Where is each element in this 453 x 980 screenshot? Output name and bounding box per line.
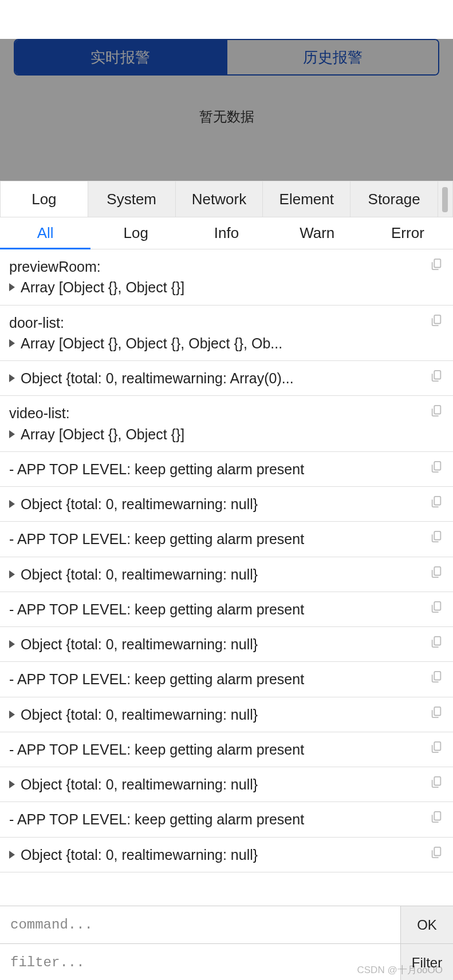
log-body: Object {total: 0, realtimewarning: null}	[21, 634, 258, 654]
copy-icon[interactable]	[430, 740, 443, 754]
expand-caret-icon[interactable]	[9, 283, 15, 291]
expand-caret-icon[interactable]	[9, 374, 15, 382]
svg-rect-5	[434, 497, 440, 505]
log-item[interactable]: - APP TOP LEVEL: keep getting alarm pres…	[0, 522, 453, 557]
log-line: Array [Object {}, Object {}, Object {}, …	[9, 333, 444, 354]
copy-icon[interactable]	[430, 670, 443, 684]
main-tab-element[interactable]: Element	[263, 181, 350, 217]
copy-icon[interactable]	[430, 600, 443, 614]
log-body: Array [Object {}, Object {}, Object {}, …	[21, 333, 282, 354]
log-body: - APP TOP LEVEL: keep getting alarm pres…	[9, 669, 304, 689]
log-line: Object {total: 0, realtimewarning: null}	[9, 844, 444, 865]
log-item[interactable]: video-list:Array [Object {}, Object {}]	[0, 396, 453, 452]
log-item[interactable]: - APP TOP LEVEL: keep getting alarm pres…	[0, 592, 453, 627]
log-label: door-list:	[9, 312, 444, 333]
copy-icon[interactable]	[430, 775, 443, 789]
main-tab-network[interactable]: Network	[176, 181, 263, 217]
copy-icon[interactable]	[430, 314, 443, 327]
log-line: - APP TOP LEVEL: keep getting alarm pres…	[9, 529, 444, 549]
filter-button[interactable]: Filter	[400, 944, 453, 980]
modal-overlay[interactable]	[0, 39, 453, 181]
scrollbar-thumb[interactable]	[442, 187, 448, 212]
sub-tab-error[interactable]: Error	[363, 217, 453, 249]
log-item[interactable]: Object {total: 0, realtimewarning: null}	[0, 838, 453, 872]
copy-icon[interactable]	[430, 705, 443, 719]
log-item[interactable]: Object {total: 0, realtimewarning: null}	[0, 767, 453, 802]
log-line: - APP TOP LEVEL: keep getting alarm pres…	[9, 459, 444, 479]
log-item[interactable]: Object {total: 0, realtimewarning: null}	[0, 557, 453, 592]
main-tab-system[interactable]: System	[88, 181, 176, 217]
log-list[interactable]: previewRoom:Array [Object {}, Object {}]…	[0, 249, 453, 906]
sub-tab-all[interactable]: All	[0, 217, 90, 249]
log-item[interactable]: Object {total: 0, realtimewarning: Array…	[0, 361, 453, 396]
log-item[interactable]: - APP TOP LEVEL: keep getting alarm pres…	[0, 662, 453, 697]
sub-tab-warn[interactable]: Warn	[272, 217, 363, 249]
log-line: - APP TOP LEVEL: keep getting alarm pres…	[9, 739, 444, 760]
expand-caret-icon[interactable]	[9, 500, 15, 508]
log-body: - APP TOP LEVEL: keep getting alarm pres…	[9, 739, 304, 760]
log-line: Object {total: 0, realtimewarning: null}	[9, 634, 444, 654]
log-item[interactable]: Object {total: 0, realtimewarning: null}	[0, 627, 453, 662]
log-label: video-list:	[9, 403, 444, 423]
copy-icon[interactable]	[430, 846, 443, 859]
expand-caret-icon[interactable]	[9, 339, 15, 347]
app-header-region: 实时报警 历史报警 暂无数据	[0, 39, 453, 181]
log-line: Object {total: 0, realtimewarning: Array…	[9, 368, 444, 388]
copy-icon[interactable]	[430, 257, 443, 271]
expand-caret-icon[interactable]	[9, 780, 15, 788]
sub-tab-log[interactable]: Log	[90, 217, 181, 249]
log-body: - APP TOP LEVEL: keep getting alarm pres…	[9, 529, 304, 549]
svg-rect-7	[434, 566, 440, 575]
log-line: Object {total: 0, realtimewarning: null}	[9, 564, 444, 585]
main-tab-log[interactable]: Log	[0, 181, 88, 217]
log-item[interactable]: - APP TOP LEVEL: keep getting alarm pres…	[0, 732, 453, 767]
log-body: Object {total: 0, realtimewarning: null}	[21, 844, 258, 865]
log-item[interactable]: Object {total: 0, realtimewarning: null}	[0, 697, 453, 732]
svg-rect-3	[434, 406, 440, 414]
vconsole-panel: Log System Network Element Storage All L…	[0, 181, 453, 980]
command-input[interactable]	[0, 906, 400, 943]
svg-rect-10	[434, 672, 440, 680]
svg-rect-13	[434, 777, 440, 785]
log-body: Object {total: 0, realtimewarning: null}	[21, 494, 258, 514]
vconsole-main-tabs: Log System Network Element Storage	[0, 181, 453, 217]
svg-rect-4	[434, 462, 440, 470]
log-body: - APP TOP LEVEL: keep getting alarm pres…	[9, 459, 304, 479]
copy-icon[interactable]	[430, 530, 443, 543]
copy-icon[interactable]	[430, 404, 443, 418]
copy-icon[interactable]	[430, 635, 443, 649]
copy-icon[interactable]	[430, 369, 443, 383]
copy-icon[interactable]	[430, 810, 443, 824]
svg-rect-0	[434, 259, 440, 268]
main-tab-storage[interactable]: Storage	[350, 181, 438, 217]
log-body: - APP TOP LEVEL: keep getting alarm pres…	[9, 599, 304, 620]
expand-caret-icon[interactable]	[9, 711, 15, 719]
copy-icon[interactable]	[430, 495, 443, 509]
copy-icon[interactable]	[430, 565, 443, 579]
svg-rect-11	[434, 707, 440, 715]
sub-tab-info[interactable]: Info	[181, 217, 271, 249]
log-item[interactable]: previewRoom:Array [Object {}, Object {}]	[0, 249, 453, 305]
svg-rect-12	[434, 742, 440, 751]
expand-caret-icon[interactable]	[9, 570, 15, 578]
svg-rect-15	[434, 847, 440, 855]
log-item[interactable]: Object {total: 0, realtimewarning: null}	[0, 487, 453, 522]
log-body: Object {total: 0, realtimewarning: null}	[21, 774, 258, 795]
expand-caret-icon[interactable]	[9, 430, 15, 438]
log-line: - APP TOP LEVEL: keep getting alarm pres…	[9, 599, 444, 620]
main-tabs-scrollbar[interactable]	[438, 181, 453, 217]
log-line: Object {total: 0, realtimewarning: null}	[9, 494, 444, 514]
filter-input[interactable]	[0, 944, 400, 980]
log-body: Array [Object {}, Object {}]	[21, 277, 184, 297]
ok-button[interactable]: OK	[400, 906, 453, 943]
expand-caret-icon[interactable]	[9, 640, 15, 648]
log-item[interactable]: - APP TOP LEVEL: keep getting alarm pres…	[0, 802, 453, 837]
log-label: previewRoom:	[9, 256, 444, 277]
log-line: Array [Object {}, Object {}]	[9, 424, 444, 445]
svg-rect-2	[434, 371, 440, 379]
log-item[interactable]: door-list:Array [Object {}, Object {}, O…	[0, 305, 453, 362]
copy-icon[interactable]	[430, 460, 443, 474]
log-body: Object {total: 0, realtimewarning: null}	[21, 564, 258, 585]
expand-caret-icon[interactable]	[9, 851, 15, 859]
log-item[interactable]: - APP TOP LEVEL: keep getting alarm pres…	[0, 452, 453, 487]
